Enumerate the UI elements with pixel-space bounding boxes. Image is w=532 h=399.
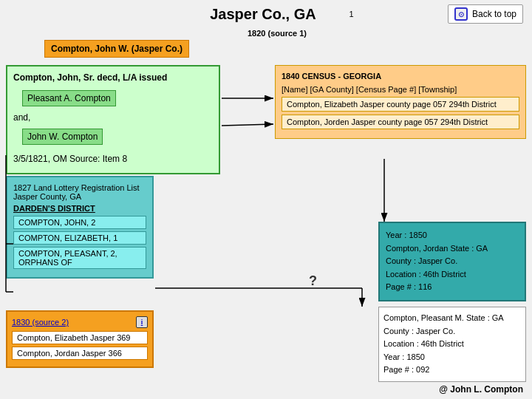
source-1830-link[interactable]: 1830 (source 2) — [12, 318, 69, 327]
white-line-0: Compton, Pleasant M. State : GA — [383, 312, 521, 325]
census-title: 1840 CENSUS - GEORGIA — [282, 72, 519, 81]
white-line-1: County : Jasper Co. — [383, 325, 521, 338]
census-entry-1: Compton, Elizabeth Jasper county page 05… — [282, 97, 519, 112]
census-subtitle: [Name] [GA County] [Census Page #] [Town… — [282, 85, 519, 94]
lottery-title: 1827 Land Lottery Registration List Jasp… — [13, 183, 146, 201]
orange-lower-box: 1830 (source 2) i Compton, Elizabeth Jas… — [6, 310, 154, 368]
back-to-top-icon: ⊙ — [454, 7, 468, 21]
lottery-entry-2: COMPTON, ELIZABETH, 1 — [13, 231, 146, 245]
orange-header-box: Compton, John W. (Jasper Co.) — [44, 40, 189, 58]
header: Jasper Co., GA 1 ⊙ Back to top — [0, 0, 532, 28]
white-line-2: Location : 46th District — [383, 338, 521, 351]
question-mark: ? — [309, 273, 317, 289]
teal-lottery-box: 1827 Land Lottery Registration List Jasp… — [6, 176, 154, 279]
white-bottom-box: Compton, Pleasant M. State : GA County :… — [378, 307, 526, 382]
lottery-entry-3: COMPTON, PLEASANT, 2, ORPHANS OF — [13, 247, 146, 269]
teal-line-3: Location : 46th District — [386, 268, 519, 282]
green-box: Compton, John, Sr. decd, L/A issued Plea… — [6, 65, 220, 174]
page-title: Jasper Co., GA — [178, 6, 347, 23]
back-to-top-label: Back to top — [472, 9, 516, 19]
teal-line-2: County : Jasper Co. — [386, 255, 519, 268]
orange-entry-1: Compton, Elizabeth Jasper 369 — [12, 331, 148, 344]
source-1830-header[interactable]: 1830 (source 2) i — [12, 316, 148, 328]
teal-line-4: Page # : 116 — [386, 281, 519, 294]
page-wrapper: Jasper Co., GA 1 ⊙ Back to top 1820 (sou… — [0, 0, 532, 399]
teal-right-box: Year : 1850 Compton, Jordan State : GA C… — [378, 222, 526, 301]
info-icon[interactable]: i — [136, 316, 148, 328]
district-label: DARDEN'S DISTRICT — [13, 204, 146, 213]
white-line-3: Year : 1850 — [383, 351, 521, 364]
white-line-4: Page # : 092 — [383, 364, 521, 377]
pleasant-box: Pleasant A. Compton — [22, 90, 116, 106]
teal-line-0: Year : 1850 — [386, 229, 519, 242]
john-box: John W. Compton — [22, 129, 103, 145]
back-to-top-button[interactable]: ⊙ Back to top — [448, 4, 523, 24]
teal-line-1: Compton, Jordan State : GA — [386, 242, 519, 256]
and-text: and, — [13, 112, 213, 123]
census-entry-2: Compton, Jorden Jasper county page 057 2… — [282, 115, 519, 129]
teal-right-info: Year : 1850 Compton, Jordan State : GA C… — [386, 229, 519, 294]
green-box-title: Compton, John, Sr. decd, L/A issued — [13, 72, 213, 83]
lottery-entry-1: COMPTON, JOHN, 2 — [13, 216, 146, 229]
date-source: 3/5/1821, OM Source: Item 8 — [13, 154, 213, 164]
footer: @ John L. Compton — [439, 384, 523, 395]
orange-entry-2: Compton, Jordan Jasper 366 — [12, 347, 148, 360]
source-1820-label: 1820 (source 1) — [248, 29, 307, 38]
white-bottom-info: Compton, Pleasant M. State : GA County :… — [383, 312, 521, 377]
svg-line-1 — [222, 124, 273, 126]
census-box: 1840 CENSUS - GEORGIA [Name] [GA County]… — [275, 65, 526, 139]
